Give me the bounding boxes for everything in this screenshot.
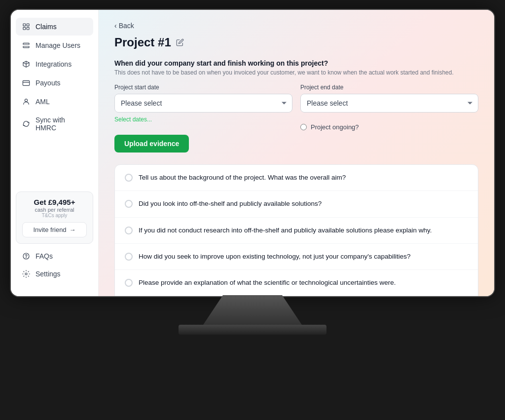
date-question-hint: This does not have to be based on when y… (114, 69, 478, 76)
referral-terms: T&Cs apply (22, 213, 87, 218)
settings-icon (22, 269, 31, 278)
sidebar-item-aml-label: AML (36, 98, 50, 106)
end-date-field: Project end date Please select Project o… (300, 84, 478, 131)
ongoing-row: Project ongoing? (300, 113, 478, 131)
start-date-label: Project start date (114, 84, 292, 91)
svg-rect-0 (23, 24, 26, 26)
svg-rect-1 (27, 24, 29, 26)
end-date-select[interactable]: Please select (300, 94, 478, 113)
svg-point-7 (26, 258, 27, 258)
question-item[interactable]: How did you seek to improve upon existin… (115, 244, 478, 270)
sidebar-bottom: Get £9,495+ cash per referral T&Cs apply… (11, 186, 98, 288)
faqs-label: FAQs (36, 252, 53, 260)
arrow-right-icon: → (70, 226, 76, 233)
sidebar-item-faqs[interactable]: FAQs (16, 248, 93, 265)
sync-hmrc-icon (22, 119, 31, 128)
start-date-field: Project start date Please select Select … (114, 84, 292, 131)
sidebar-item-sync-hmrc[interactable]: Sync with HMRC (16, 112, 93, 136)
end-date-select-wrapper: Please select (300, 94, 478, 113)
question-item[interactable]: Please provide an explanation of what th… (115, 270, 478, 296)
page-title: Project #1 (114, 36, 171, 49)
question-text: How did you seek to improve upon existin… (139, 252, 411, 262)
sidebar-nav: Claims Manage Users Integrations (11, 18, 98, 186)
question-text: Please provide an explanation of what th… (139, 278, 396, 288)
sidebar-item-claims-label: Claims (36, 23, 57, 31)
sidebar-item-payouts-label: Payouts (36, 79, 61, 87)
svg-point-5 (25, 99, 27, 102)
question-radio (125, 279, 133, 287)
ongoing-label[interactable]: Project ongoing? (311, 123, 359, 131)
payouts-icon (22, 78, 31, 87)
question-text: If you did not conduct research into off… (139, 226, 432, 235)
end-date-label: Project end date (300, 84, 478, 91)
manage-users-icon (22, 41, 31, 50)
question-item[interactable]: If you did not conduct research into off… (115, 218, 478, 244)
project-ongoing-radio[interactable] (300, 124, 307, 130)
chevron-left-icon: ‹ (114, 22, 117, 30)
sidebar-item-integrations-label: Integrations (36, 60, 72, 68)
question-item[interactable]: Did you look into off-the-shelf and publ… (115, 191, 478, 217)
aml-icon (22, 97, 31, 106)
settings-label: Settings (36, 270, 61, 278)
questions-list: Tell us about the background of the proj… (114, 164, 478, 296)
svg-rect-2 (23, 27, 26, 30)
sidebar-item-manage-users-label: Manage Users (36, 41, 80, 49)
question-text: Did you look into off-the-shelf and publ… (139, 199, 322, 209)
claims-icon (22, 22, 31, 31)
sidebar-item-settings[interactable]: Settings (16, 266, 93, 282)
question-radio (125, 200, 133, 208)
svg-point-8 (25, 273, 27, 275)
question-radio (125, 227, 133, 234)
svg-rect-4 (23, 80, 29, 85)
faqs-icon (22, 252, 31, 261)
sidebar-item-manage-users[interactable]: Manage Users (16, 37, 93, 54)
sidebar-item-payouts[interactable]: Payouts (16, 74, 93, 92)
date-question-heading: When did your company start and finish w… (114, 59, 478, 67)
question-radio (125, 253, 133, 261)
sidebar: Claims Manage Users Integrations (11, 10, 99, 296)
svg-rect-3 (27, 27, 29, 30)
back-link[interactable]: ‹ Back (114, 22, 478, 30)
sidebar-footer: FAQs Settings (16, 248, 93, 282)
sidebar-item-integrations[interactable]: Integrations (16, 55, 93, 73)
referral-card: Get £9,495+ cash per referral T&Cs apply… (16, 191, 93, 244)
sidebar-item-claims[interactable]: Claims (16, 18, 93, 36)
start-date-select[interactable]: Please select (114, 94, 292, 113)
monitor-base (179, 325, 326, 335)
invite-friend-button[interactable]: Invite friend → (22, 222, 87, 237)
question-radio (125, 174, 133, 182)
page-header: Project #1 (114, 36, 478, 49)
start-date-select-wrapper: Please select (114, 94, 292, 113)
edit-project-button[interactable] (176, 38, 184, 46)
referral-amount: Get £9,495+ (22, 198, 87, 206)
sidebar-item-sync-hmrc-label: Sync with HMRC (36, 116, 87, 132)
upload-evidence-button[interactable]: Upload evidence (114, 135, 189, 153)
referral-sub-label: cash per referral (22, 207, 87, 213)
monitor-stand (203, 295, 302, 325)
select-dates-link[interactable]: Select dates... (114, 116, 152, 123)
question-item[interactable]: Tell us about the background of the proj… (115, 165, 478, 191)
integrations-icon (22, 60, 31, 69)
date-row: Project start date Please select Select … (114, 84, 478, 131)
sidebar-item-aml[interactable]: AML (16, 93, 93, 111)
main-content: ‹ Back Project #1 When did your company … (99, 10, 494, 296)
question-text: Tell us about the background of the proj… (139, 173, 346, 183)
